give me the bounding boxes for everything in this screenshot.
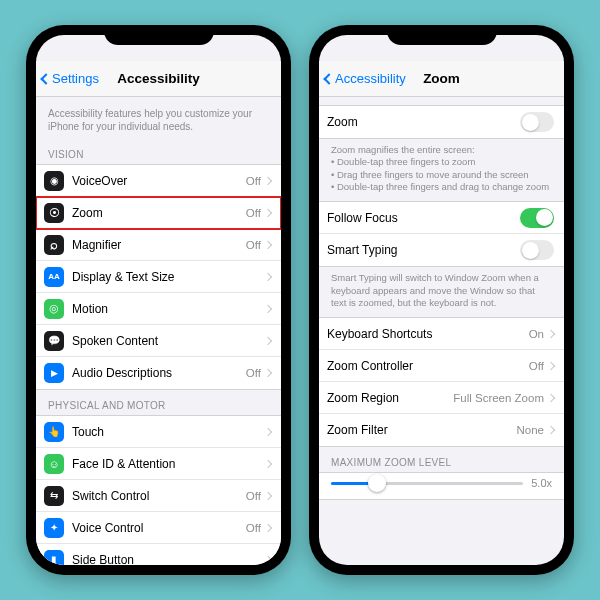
row-value: Off bbox=[246, 207, 261, 219]
row-value: Off bbox=[246, 367, 261, 379]
phone-right: Accessibility Zoom Zoom Zoom magnifies t… bbox=[309, 25, 574, 575]
g-audio-icon bbox=[44, 363, 64, 383]
chevron-right-icon bbox=[264, 304, 272, 312]
group-zoom: Zoom bbox=[319, 105, 564, 139]
row-label: Magnifier bbox=[72, 238, 246, 252]
content: Zoom Zoom magnifies the entire screen: •… bbox=[319, 97, 564, 565]
smart-typing-footer: Smart Typing will switch to Window Zoom … bbox=[319, 267, 564, 317]
chevron-right-icon bbox=[547, 362, 555, 370]
row-label: Keyboard Shortcuts bbox=[327, 327, 529, 341]
row-label: Smart Typing bbox=[327, 243, 520, 257]
row-value: Off bbox=[529, 360, 544, 372]
max-zoom-value: 5.0x bbox=[531, 477, 552, 489]
g-side-icon bbox=[44, 550, 64, 566]
group-vision: VoiceOverOffZoomOffMagnifierOffDisplay &… bbox=[36, 164, 281, 390]
back-button[interactable]: Accessibility bbox=[319, 71, 406, 86]
settings-row[interactable]: Zoom RegionFull Screen Zoom bbox=[319, 382, 564, 414]
chevron-right-icon bbox=[264, 240, 272, 248]
row-label: Motion bbox=[72, 302, 265, 316]
max-zoom-slider-row: 5.0x bbox=[319, 473, 564, 499]
row-value: Off bbox=[246, 490, 261, 502]
toggle-knob bbox=[522, 242, 539, 259]
row-label: Audio Descriptions bbox=[72, 366, 246, 380]
row-value: Full Screen Zoom bbox=[453, 392, 544, 404]
row-value: On bbox=[529, 328, 544, 340]
row-label: Touch bbox=[72, 425, 265, 439]
chevron-right-icon bbox=[264, 369, 272, 377]
settings-row[interactable]: Zoom ControllerOff bbox=[319, 350, 564, 382]
group-motor: TouchFace ID & AttentionSwitch ControlOf… bbox=[36, 415, 281, 565]
g-face-icon bbox=[44, 454, 64, 474]
row-value: Off bbox=[246, 239, 261, 251]
zoom-footer: Zoom magnifies the entire screen: • Doub… bbox=[319, 139, 564, 201]
group-zoom-options: Keyboard ShortcutsOnZoom ControllerOffZo… bbox=[319, 317, 564, 447]
row-label: Zoom Controller bbox=[327, 359, 529, 373]
phone-left: Settings Accessibility Accessibility fea… bbox=[26, 25, 291, 575]
settings-row[interactable]: Keyboard ShortcutsOn bbox=[319, 318, 564, 350]
chevron-right-icon bbox=[264, 208, 272, 216]
settings-row[interactable]: Face ID & Attention bbox=[36, 448, 281, 480]
row-smart-typing[interactable]: Smart Typing bbox=[319, 234, 564, 266]
screen-right: Accessibility Zoom Zoom Zoom magnifies t… bbox=[319, 35, 564, 565]
chevron-right-icon bbox=[547, 394, 555, 402]
chevron-right-icon bbox=[264, 427, 272, 435]
settings-row[interactable]: VoiceOverOff bbox=[36, 165, 281, 197]
content: Accessibility features help you customiz… bbox=[36, 97, 281, 565]
settings-row[interactable]: Audio DescriptionsOff bbox=[36, 357, 281, 389]
row-label: Face ID & Attention bbox=[72, 457, 265, 471]
row-value: Off bbox=[246, 522, 261, 534]
settings-row[interactable]: Touch bbox=[36, 416, 281, 448]
back-label: Accessibility bbox=[335, 71, 406, 86]
chevron-right-icon bbox=[264, 459, 272, 467]
settings-row[interactable]: MagnifierOff bbox=[36, 229, 281, 261]
chevron-right-icon bbox=[264, 491, 272, 499]
g-eye-icon bbox=[44, 171, 64, 191]
row-zoom-toggle[interactable]: Zoom bbox=[319, 106, 564, 138]
settings-row[interactable]: Side Button bbox=[36, 544, 281, 565]
row-label: Spoken Content bbox=[72, 334, 265, 348]
settings-row[interactable]: Switch ControlOff bbox=[36, 480, 281, 512]
notch bbox=[387, 25, 497, 45]
smart-typing-toggle[interactable] bbox=[520, 240, 554, 260]
group-max-zoom: 5.0x bbox=[319, 472, 564, 500]
settings-row[interactable]: Spoken Content bbox=[36, 325, 281, 357]
toggle-knob bbox=[536, 209, 553, 226]
chevron-right-icon bbox=[547, 426, 555, 434]
row-label: Voice Control bbox=[72, 521, 246, 535]
row-follow-focus[interactable]: Follow Focus bbox=[319, 202, 564, 234]
chevron-right-icon bbox=[264, 272, 272, 280]
zoom-toggle[interactable] bbox=[520, 112, 554, 132]
back-button[interactable]: Settings bbox=[36, 71, 99, 86]
follow-focus-toggle[interactable] bbox=[520, 208, 554, 228]
g-touch-icon bbox=[44, 422, 64, 442]
row-label: Zoom bbox=[327, 115, 520, 129]
row-label: Switch Control bbox=[72, 489, 246, 503]
max-zoom-slider[interactable] bbox=[331, 482, 523, 485]
chevron-right-icon bbox=[547, 330, 555, 338]
g-motion-icon bbox=[44, 299, 64, 319]
row-label: Zoom bbox=[72, 206, 246, 220]
section-header-max: MAXIMUM ZOOM LEVEL bbox=[319, 447, 564, 472]
g-speak-icon bbox=[44, 331, 64, 351]
chevron-left-icon bbox=[323, 73, 334, 84]
settings-row[interactable]: Motion bbox=[36, 293, 281, 325]
row-value: Off bbox=[246, 175, 261, 187]
g-zoom-icon bbox=[44, 203, 64, 223]
row-label: Zoom Filter bbox=[327, 423, 517, 437]
row-value: None bbox=[517, 424, 545, 436]
navbar: Settings Accessibility bbox=[36, 61, 281, 97]
slider-thumb[interactable] bbox=[368, 474, 386, 492]
g-aa-icon bbox=[44, 267, 64, 287]
settings-row[interactable]: Voice ControlOff bbox=[36, 512, 281, 544]
settings-row[interactable]: ZoomOff bbox=[36, 197, 281, 229]
navbar: Accessibility Zoom bbox=[319, 61, 564, 97]
settings-row[interactable]: Zoom FilterNone bbox=[319, 414, 564, 446]
section-header-vision: VISION bbox=[36, 139, 281, 164]
chevron-right-icon bbox=[264, 336, 272, 344]
row-label: Follow Focus bbox=[327, 211, 520, 225]
settings-row[interactable]: Display & Text Size bbox=[36, 261, 281, 293]
chevron-right-icon bbox=[264, 523, 272, 531]
row-label: VoiceOver bbox=[72, 174, 246, 188]
chevron-right-icon bbox=[264, 176, 272, 184]
chevron-right-icon bbox=[264, 555, 272, 563]
